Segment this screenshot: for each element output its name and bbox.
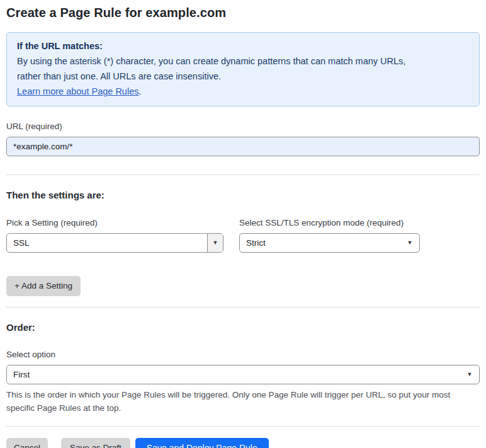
order-select-value: First [7,370,460,379]
chevron-down-icon: ▼ [213,240,218,246]
order-section-heading: Order: [6,321,480,334]
ssl-mode-select[interactable]: Strict ▼ [239,233,420,253]
ssl-mode-value: Strict [240,238,400,248]
section-divider [6,175,480,175]
learn-more-link[interactable]: Learn more about Page Rules [17,86,138,96]
order-select-label: Select option [6,349,480,360]
order-select[interactable]: First ▼ [6,365,480,384]
ssl-mode-column: Select SSL/TLS encryption mode (required… [239,202,420,253]
section-divider [6,426,480,427]
info-box-body: By using the asterisk (*) character, you… [17,54,431,84]
url-input[interactable] [6,137,480,156]
form-actions: Cancel Save as Draft Save and Deploy Pag… [6,438,480,448]
save-as-draft-button[interactable]: Save as Draft [61,438,130,448]
save-and-deploy-button[interactable]: Save and Deploy Page Rule [135,438,269,448]
ssl-mode-arrow-box: ▼ [400,234,419,252]
setting-picker-label: Pick a Setting (required) [6,217,223,229]
setting-picker-column: Pick a Setting (required) SSL ▼ [6,202,223,253]
url-field-label: URL (required) [6,121,480,132]
add-setting-button[interactable]: + Add a Setting [6,276,81,296]
url-match-info-box: If the URL matches: By using the asteris… [6,32,480,106]
order-helper-text: This is the order in which your Page Rul… [6,388,458,415]
info-box-heading: If the URL matches: [17,38,469,54]
settings-row: Pick a Setting (required) SSL ▼ Select S… [6,202,480,253]
link-period: . [138,86,141,96]
settings-section-heading: Then the settings are: [6,189,480,202]
order-select-arrow-box: ▼ [460,365,479,384]
section-divider [6,307,480,307]
ssl-mode-label: Select SSL/TLS encryption mode (required… [239,217,420,229]
info-box-link-line: Learn more about Page Rules. [17,84,469,99]
chevron-down-icon: ▼ [467,372,473,377]
setting-picker-value: SSL [7,238,207,248]
cancel-button[interactable]: Cancel [6,438,48,448]
page-title: Create a Page Rule for example.com [6,4,480,21]
chevron-down-icon: ▼ [407,240,413,246]
setting-picker-select[interactable]: SSL ▼ [6,233,223,253]
page-rule-form: Create a Page Rule for example.com If th… [0,4,486,448]
setting-picker-arrow-box[interactable]: ▼ [207,234,223,252]
